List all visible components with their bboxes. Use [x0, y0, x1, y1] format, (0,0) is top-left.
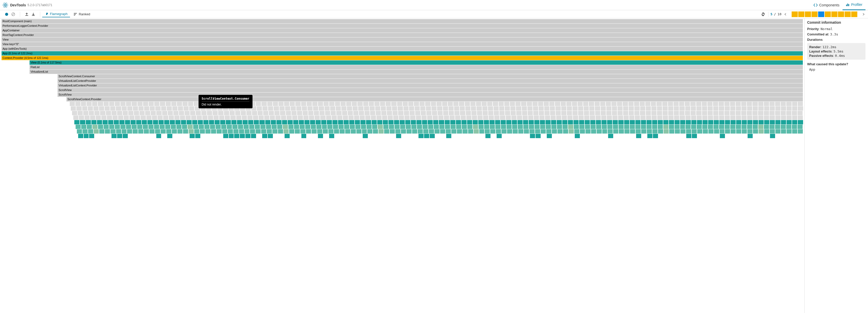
flame-cell[interactable]	[550, 111, 555, 115]
flame-cell[interactable]	[775, 120, 780, 124]
flame-cell[interactable]	[448, 102, 453, 106]
flame-cell[interactable]	[540, 120, 545, 124]
flame-cell[interactable]	[415, 111, 420, 115]
flame-cell[interactable]	[512, 115, 517, 120]
flame-cell[interactable]	[83, 129, 88, 134]
flame-cell[interactable]	[562, 120, 567, 124]
flame-cell[interactable]	[770, 129, 775, 134]
flame-cell[interactable]	[376, 115, 381, 120]
flame-cell[interactable]	[641, 129, 646, 134]
flame-cell[interactable]	[439, 120, 444, 124]
flame-cell[interactable]	[454, 106, 459, 111]
flame-cell[interactable]	[512, 120, 517, 124]
flame-cell[interactable]	[113, 115, 118, 120]
flame-cell[interactable]	[418, 134, 424, 138]
flame-cell[interactable]	[256, 102, 261, 106]
flame-cell[interactable]	[513, 129, 518, 134]
flame-cell[interactable]	[288, 125, 293, 129]
flame-cell[interactable]	[261, 129, 266, 134]
flame-cell[interactable]	[78, 111, 83, 115]
flame-cell[interactable]	[97, 120, 102, 124]
flame-cell[interactable]	[752, 111, 757, 115]
flame-cell[interactable]	[128, 111, 133, 115]
flame-cell[interactable]	[792, 120, 797, 124]
flame-cell[interactable]	[742, 115, 747, 120]
flame-cell[interactable]	[641, 115, 646, 120]
flame-cell[interactable]	[74, 120, 80, 124]
flame-cell[interactable]	[406, 125, 411, 129]
flame-cell[interactable]	[596, 115, 601, 120]
flame-cell[interactable]	[135, 115, 140, 120]
flame-cell[interactable]	[713, 125, 719, 129]
flame-cell[interactable]	[696, 106, 702, 111]
flame-cell[interactable]	[462, 120, 467, 124]
flame-cell[interactable]	[691, 125, 696, 129]
flame-cell[interactable]	[545, 111, 550, 115]
flame-cell[interactable]	[742, 120, 747, 124]
flame-cell[interactable]	[360, 115, 365, 120]
flame-cell[interactable]	[477, 115, 483, 120]
flame-cell[interactable]	[781, 102, 786, 106]
flame-cell[interactable]	[539, 111, 544, 115]
flame-cell[interactable]	[680, 129, 685, 134]
commit-bar[interactable]	[818, 11, 824, 17]
flame-cell[interactable]	[144, 129, 149, 134]
flame-cell[interactable]	[524, 129, 529, 134]
flame-cell[interactable]	[629, 106, 634, 111]
flame-cell[interactable]	[111, 129, 116, 134]
flame-cell[interactable]	[295, 102, 300, 106]
flame-cell[interactable]	[429, 129, 434, 134]
flame-cell[interactable]	[274, 111, 279, 115]
flame-cell[interactable]	[169, 115, 174, 120]
flame-cell[interactable]	[217, 129, 222, 134]
flame-cell[interactable]	[775, 115, 780, 120]
flame-cell[interactable]	[595, 106, 600, 111]
flame-cell[interactable]	[674, 115, 679, 120]
flame-cell[interactable]	[506, 115, 511, 120]
flame-cell[interactable]	[184, 106, 189, 111]
flame-cell[interactable]	[116, 129, 121, 134]
flame-cell[interactable]	[685, 102, 690, 106]
flame-cell[interactable]	[741, 111, 746, 115]
flame-cell[interactable]	[454, 111, 460, 115]
flame-cell[interactable]	[210, 125, 215, 129]
flame-cell[interactable]	[685, 111, 690, 115]
flame-cell[interactable]	[455, 115, 460, 120]
flame-cell[interactable]	[94, 129, 99, 134]
flame-cell[interactable]	[606, 106, 612, 111]
flame-cell[interactable]	[329, 102, 334, 106]
flame-cell[interactable]	[574, 120, 579, 124]
flame-cell[interactable]	[137, 102, 143, 106]
flame-cell[interactable]	[658, 120, 663, 124]
flame-cell[interactable]	[527, 102, 532, 106]
flame-cell[interactable]	[561, 102, 566, 106]
flame-cell[interactable]	[333, 120, 338, 124]
flame-cell[interactable]	[389, 125, 394, 129]
flame-cell[interactable]	[235, 111, 240, 115]
flame-cell[interactable]	[319, 106, 324, 111]
flame-cell[interactable]	[607, 125, 613, 129]
flame-cell[interactable]	[132, 125, 137, 129]
flame-cell[interactable]	[775, 125, 780, 129]
flame-cell[interactable]	[351, 129, 356, 134]
flame-cell[interactable]	[446, 134, 451, 138]
flame-cell[interactable]	[75, 102, 81, 106]
flame-cell[interactable]	[370, 111, 375, 115]
flame-cell[interactable]	[180, 115, 185, 120]
flame-cell[interactable]	[714, 129, 719, 134]
flame-cell[interactable]	[232, 125, 238, 129]
flame-cell[interactable]	[438, 111, 443, 115]
flame-cell[interactable]	[143, 125, 148, 129]
flame-cell[interactable]	[272, 129, 277, 134]
flame-cell[interactable]	[122, 129, 127, 134]
flame-cell[interactable]	[584, 106, 589, 111]
flame-cell[interactable]	[411, 125, 416, 129]
flame-cell[interactable]	[123, 134, 128, 138]
flame-cell[interactable]	[115, 125, 120, 129]
flame-cell[interactable]	[234, 134, 239, 138]
flame-cell[interactable]	[348, 115, 353, 120]
flame-cell[interactable]	[151, 111, 156, 115]
flame-cell[interactable]	[555, 106, 560, 111]
flame-cell[interactable]	[725, 125, 730, 129]
flame-cell[interactable]	[781, 125, 786, 129]
